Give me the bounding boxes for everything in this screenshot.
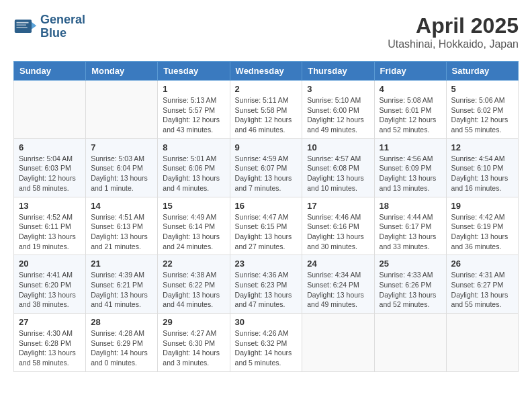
day-number: 22	[163, 259, 224, 269]
calendar-week-5: 27Sunrise: 4:30 AM Sunset: 6:28 PM Dayli…	[14, 314, 519, 372]
page-header: General Blue April 2025 Utashinai, Hokka…	[13, 13, 519, 50]
day-info: Sunrise: 4:34 AM Sunset: 6:24 PM Dayligh…	[307, 270, 369, 310]
day-info: Sunrise: 5:03 AM Sunset: 6:04 PM Dayligh…	[91, 154, 152, 193]
day-number: 30	[235, 317, 298, 327]
day-number: 5	[451, 84, 513, 94]
calendar-cell	[86, 81, 158, 139]
svg-rect-3	[17, 24, 26, 26]
logo-text: General Blue	[40, 13, 85, 40]
calendar-cell: 28Sunrise: 4:28 AM Sunset: 6:29 PM Dayli…	[86, 314, 158, 372]
calendar-cell: 10Sunrise: 4:57 AM Sunset: 6:08 PM Dayli…	[302, 138, 374, 197]
calendar-week-2: 6Sunrise: 5:04 AM Sunset: 6:03 PM Daylig…	[14, 138, 519, 197]
calendar-cell: 7Sunrise: 5:03 AM Sunset: 6:04 PM Daylig…	[86, 138, 158, 197]
col-header-wednesday: Wednesday	[230, 62, 302, 81]
day-number: 24	[307, 259, 369, 269]
calendar-week-3: 13Sunrise: 4:52 AM Sunset: 6:11 PM Dayli…	[14, 197, 519, 255]
day-number: 7	[91, 142, 152, 152]
calendar-header-row: SundayMondayTuesdayWednesdayThursdayFrid…	[14, 62, 519, 81]
calendar-cell	[302, 314, 374, 372]
calendar-cell: 18Sunrise: 4:44 AM Sunset: 6:17 PM Dayli…	[374, 197, 446, 255]
day-info: Sunrise: 4:51 AM Sunset: 6:13 PM Dayligh…	[91, 212, 152, 252]
day-info: Sunrise: 5:08 AM Sunset: 6:01 PM Dayligh…	[380, 95, 441, 135]
day-info: Sunrise: 4:30 AM Sunset: 6:28 PM Dayligh…	[19, 328, 81, 368]
day-info: Sunrise: 4:31 AM Sunset: 6:27 PM Dayligh…	[451, 270, 513, 310]
calendar-cell: 30Sunrise: 4:26 AM Sunset: 6:32 PM Dayli…	[230, 314, 302, 372]
calendar-cell: 17Sunrise: 4:46 AM Sunset: 6:16 PM Dayli…	[302, 197, 374, 255]
calendar-cell: 22Sunrise: 4:38 AM Sunset: 6:22 PM Dayli…	[158, 255, 230, 314]
day-info: Sunrise: 5:06 AM Sunset: 6:02 PM Dayligh…	[451, 95, 513, 135]
day-info: Sunrise: 5:04 AM Sunset: 6:03 PM Dayligh…	[19, 154, 81, 193]
day-info: Sunrise: 5:11 AM Sunset: 5:58 PM Dayligh…	[235, 95, 298, 135]
calendar-cell: 26Sunrise: 4:31 AM Sunset: 6:27 PM Dayli…	[446, 255, 518, 314]
logo-icon	[13, 15, 38, 39]
day-info: Sunrise: 4:41 AM Sunset: 6:20 PM Dayligh…	[19, 270, 81, 310]
day-info: Sunrise: 4:27 AM Sunset: 6:30 PM Dayligh…	[163, 328, 224, 368]
day-number: 2	[235, 84, 298, 94]
col-header-sunday: Sunday	[14, 62, 86, 81]
calendar-week-1: 1Sunrise: 5:13 AM Sunset: 5:57 PM Daylig…	[14, 81, 519, 139]
col-header-tuesday: Tuesday	[158, 62, 230, 81]
day-info: Sunrise: 4:26 AM Sunset: 6:32 PM Dayligh…	[235, 328, 298, 368]
day-number: 19	[451, 201, 513, 211]
day-info: Sunrise: 4:59 AM Sunset: 6:07 PM Dayligh…	[235, 154, 298, 193]
day-number: 6	[19, 142, 81, 152]
day-info: Sunrise: 4:57 AM Sunset: 6:08 PM Dayligh…	[307, 154, 369, 193]
day-info: Sunrise: 4:36 AM Sunset: 6:23 PM Dayligh…	[235, 270, 298, 310]
col-header-saturday: Saturday	[446, 62, 518, 81]
day-number: 11	[380, 142, 441, 152]
calendar-cell: 1Sunrise: 5:13 AM Sunset: 5:57 PM Daylig…	[158, 81, 230, 139]
day-info: Sunrise: 4:38 AM Sunset: 6:22 PM Dayligh…	[163, 270, 224, 310]
day-number: 10	[307, 142, 369, 152]
day-info: Sunrise: 4:33 AM Sunset: 6:26 PM Dayligh…	[380, 270, 441, 310]
day-number: 16	[235, 201, 298, 211]
location: Utashinai, Hokkaido, Japan	[388, 38, 519, 50]
calendar-table: SundayMondayTuesdayWednesdayThursdayFrid…	[13, 61, 519, 372]
day-number: 14	[91, 201, 152, 211]
day-info: Sunrise: 5:13 AM Sunset: 5:57 PM Dayligh…	[163, 95, 224, 135]
month-year: April 2025	[388, 13, 519, 38]
day-info: Sunrise: 4:28 AM Sunset: 6:29 PM Dayligh…	[91, 328, 152, 368]
calendar-cell: 23Sunrise: 4:36 AM Sunset: 6:23 PM Dayli…	[230, 255, 302, 314]
calendar-cell: 11Sunrise: 4:56 AM Sunset: 6:09 PM Dayli…	[374, 138, 446, 197]
calendar-cell: 15Sunrise: 4:49 AM Sunset: 6:14 PM Dayli…	[158, 197, 230, 255]
day-number: 17	[307, 201, 369, 211]
calendar-cell: 4Sunrise: 5:08 AM Sunset: 6:01 PM Daylig…	[374, 81, 446, 139]
day-number: 9	[235, 142, 298, 152]
day-number: 25	[380, 259, 441, 269]
day-number: 4	[380, 84, 441, 94]
calendar-cell: 5Sunrise: 5:06 AM Sunset: 6:02 PM Daylig…	[446, 81, 518, 139]
day-number: 12	[451, 142, 513, 152]
day-number: 3	[307, 84, 369, 94]
logo: General Blue	[13, 13, 85, 40]
day-info: Sunrise: 4:44 AM Sunset: 6:17 PM Dayligh…	[380, 212, 441, 252]
svg-rect-0	[15, 19, 32, 33]
day-number: 28	[91, 317, 152, 327]
day-number: 13	[19, 201, 81, 211]
day-info: Sunrise: 4:52 AM Sunset: 6:11 PM Dayligh…	[19, 212, 81, 252]
col-header-friday: Friday	[374, 62, 446, 81]
day-number: 18	[380, 201, 441, 211]
day-number: 23	[235, 259, 298, 269]
day-number: 26	[451, 259, 513, 269]
calendar-cell: 13Sunrise: 4:52 AM Sunset: 6:11 PM Dayli…	[14, 197, 86, 255]
day-number: 27	[19, 317, 81, 327]
calendar-cell: 25Sunrise: 4:33 AM Sunset: 6:26 PM Dayli…	[374, 255, 446, 314]
col-header-thursday: Thursday	[302, 62, 374, 81]
calendar-cell	[374, 314, 446, 372]
day-info: Sunrise: 4:39 AM Sunset: 6:21 PM Dayligh…	[91, 270, 152, 310]
calendar-cell: 9Sunrise: 4:59 AM Sunset: 6:07 PM Daylig…	[230, 138, 302, 197]
calendar-cell	[14, 81, 86, 139]
day-number: 20	[19, 259, 81, 269]
day-number: 8	[163, 142, 224, 152]
svg-rect-2	[17, 22, 29, 24]
calendar-cell: 20Sunrise: 4:41 AM Sunset: 6:20 PM Dayli…	[14, 255, 86, 314]
calendar-cell: 24Sunrise: 4:34 AM Sunset: 6:24 PM Dayli…	[302, 255, 374, 314]
col-header-monday: Monday	[86, 62, 158, 81]
calendar-cell: 21Sunrise: 4:39 AM Sunset: 6:21 PM Dayli…	[86, 255, 158, 314]
calendar-cell: 14Sunrise: 4:51 AM Sunset: 6:13 PM Dayli…	[86, 197, 158, 255]
calendar-cell: 19Sunrise: 4:42 AM Sunset: 6:19 PM Dayli…	[446, 197, 518, 255]
day-number: 21	[91, 259, 152, 269]
calendar-cell: 29Sunrise: 4:27 AM Sunset: 6:30 PM Dayli…	[158, 314, 230, 372]
calendar-cell: 12Sunrise: 4:54 AM Sunset: 6:10 PM Dayli…	[446, 138, 518, 197]
day-info: Sunrise: 4:54 AM Sunset: 6:10 PM Dayligh…	[451, 154, 513, 193]
